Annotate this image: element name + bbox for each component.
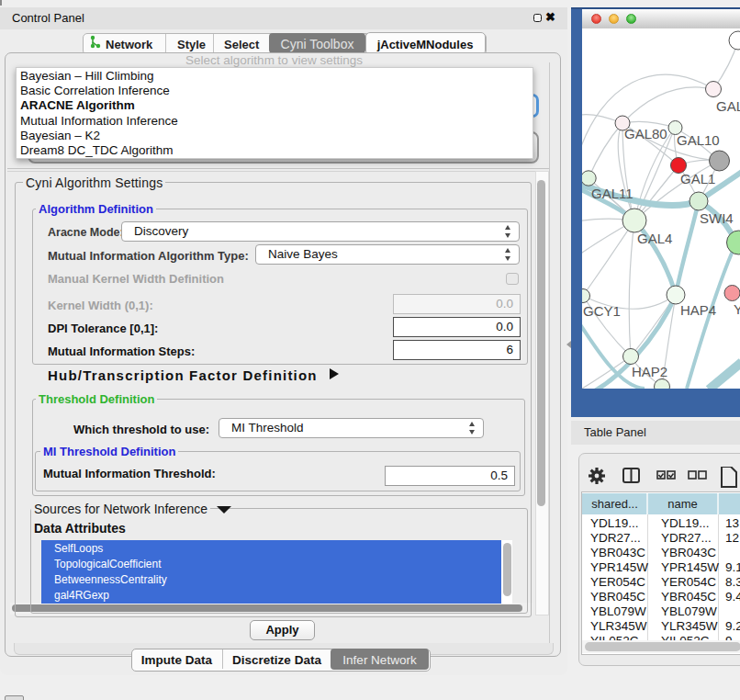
svg-text:GAL10: GAL10 — [677, 132, 720, 148]
svg-text:Y: Y — [734, 301, 740, 317]
svg-text:GAL7: GAL7 — [716, 98, 740, 114]
svg-text:SWI4: SWI4 — [700, 210, 734, 226]
svg-text:HAP2: HAP2 — [632, 364, 667, 379]
svg-text:GAL1: GAL1 — [680, 171, 715, 186]
svg-text:HAP4: HAP4 — [680, 302, 716, 318]
svg-text:GAL80: GAL80 — [624, 126, 667, 141]
svg-text:GAL11: GAL11 — [591, 186, 633, 201]
svg-text:GAL4: GAL4 — [637, 231, 672, 246]
svg-text:GCY1: GCY1 — [583, 303, 621, 319]
